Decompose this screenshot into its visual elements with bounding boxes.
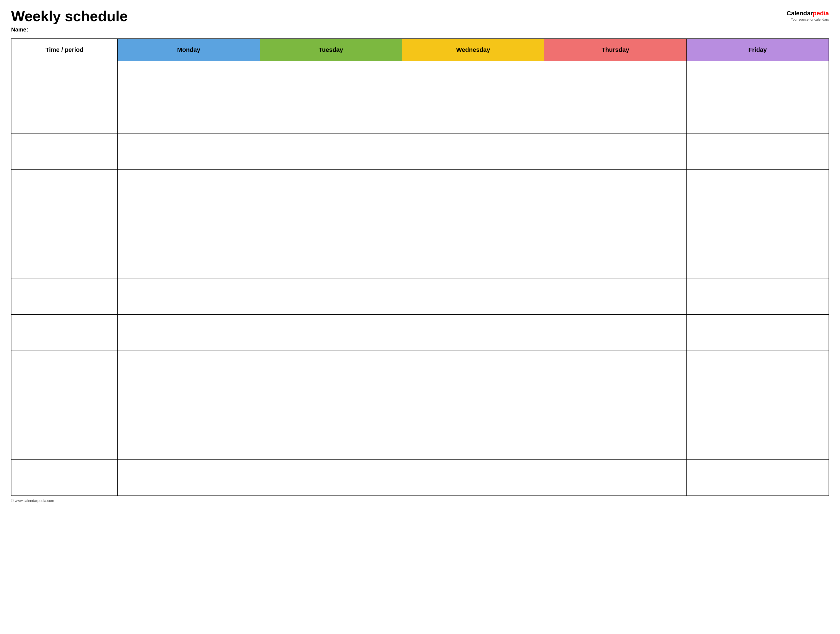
schedule-cell[interactable]	[544, 315, 687, 351]
time-cell[interactable]	[11, 170, 118, 206]
table-row	[11, 459, 829, 496]
copyright-text: © www.calendarpedia.com	[11, 498, 54, 503]
table-row	[11, 61, 829, 97]
schedule-cell[interactable]	[260, 278, 402, 315]
header: Weekly schedule Name: Calendarpedia Your…	[11, 8, 829, 33]
schedule-cell[interactable]	[402, 423, 544, 459]
schedule-cell[interactable]	[402, 97, 544, 134]
schedule-cell[interactable]	[544, 206, 687, 242]
time-cell[interactable]	[11, 97, 118, 134]
schedule-cell[interactable]	[402, 387, 544, 423]
schedule-cell[interactable]	[118, 459, 260, 496]
schedule-cell[interactable]	[260, 423, 402, 459]
page-title: Weekly schedule	[11, 8, 128, 24]
schedule-cell[interactable]	[118, 170, 260, 206]
schedule-cell[interactable]	[687, 97, 829, 134]
table-row	[11, 242, 829, 278]
schedule-cell[interactable]	[260, 387, 402, 423]
col-header-monday: Monday	[118, 39, 260, 61]
schedule-cell[interactable]	[687, 315, 829, 351]
time-cell[interactable]	[11, 61, 118, 97]
schedule-cell[interactable]	[544, 387, 687, 423]
schedule-cell[interactable]	[687, 170, 829, 206]
logo-tagline: Your source for calendars	[791, 17, 829, 22]
schedule-cell[interactable]	[402, 206, 544, 242]
schedule-cell[interactable]	[687, 134, 829, 170]
table-header-row: Time / period Monday Tuesday Wednesday T…	[11, 39, 829, 61]
schedule-cell[interactable]	[544, 423, 687, 459]
schedule-cell[interactable]	[118, 278, 260, 315]
col-header-time: Time / period	[11, 39, 118, 61]
schedule-cell[interactable]	[118, 134, 260, 170]
logo-calendar: Calendar	[786, 10, 813, 17]
schedule-cell[interactable]	[118, 97, 260, 134]
title-area: Weekly schedule Name:	[11, 8, 128, 33]
schedule-cell[interactable]	[402, 134, 544, 170]
schedule-cell[interactable]	[544, 134, 687, 170]
time-cell[interactable]	[11, 278, 118, 315]
schedule-cell[interactable]	[544, 242, 687, 278]
schedule-cell[interactable]	[687, 242, 829, 278]
schedule-cell[interactable]	[260, 61, 402, 97]
footer: © www.calendarpedia.com	[11, 498, 829, 503]
schedule-cell[interactable]	[687, 351, 829, 387]
time-cell[interactable]	[11, 351, 118, 387]
schedule-cell[interactable]	[260, 97, 402, 134]
schedule-cell[interactable]	[118, 206, 260, 242]
schedule-cell[interactable]	[402, 61, 544, 97]
schedule-table: Time / period Monday Tuesday Wednesday T…	[11, 38, 829, 496]
schedule-cell[interactable]	[687, 206, 829, 242]
schedule-cell[interactable]	[118, 351, 260, 387]
schedule-cell[interactable]	[402, 242, 544, 278]
table-row	[11, 351, 829, 387]
schedule-cell[interactable]	[402, 459, 544, 496]
time-cell[interactable]	[11, 134, 118, 170]
schedule-cell[interactable]	[260, 206, 402, 242]
table-row	[11, 423, 829, 459]
table-row	[11, 170, 829, 206]
table-row	[11, 134, 829, 170]
schedule-cell[interactable]	[687, 278, 829, 315]
time-cell[interactable]	[11, 423, 118, 459]
time-cell[interactable]	[11, 459, 118, 496]
schedule-cell[interactable]	[544, 61, 687, 97]
schedule-cell[interactable]	[687, 423, 829, 459]
name-label: Name:	[11, 27, 128, 33]
table-row	[11, 206, 829, 242]
schedule-cell[interactable]	[402, 351, 544, 387]
schedule-cell[interactable]	[544, 97, 687, 134]
schedule-cell[interactable]	[544, 459, 687, 496]
time-cell[interactable]	[11, 315, 118, 351]
table-row	[11, 315, 829, 351]
schedule-cell[interactable]	[118, 315, 260, 351]
col-header-tuesday: Tuesday	[260, 39, 402, 61]
schedule-cell[interactable]	[260, 134, 402, 170]
schedule-cell[interactable]	[402, 278, 544, 315]
logo-area: Calendarpedia Your source for calendars	[786, 10, 829, 22]
schedule-cell[interactable]	[118, 242, 260, 278]
schedule-cell[interactable]	[544, 278, 687, 315]
time-cell[interactable]	[11, 387, 118, 423]
schedule-cell[interactable]	[118, 61, 260, 97]
schedule-cell[interactable]	[118, 423, 260, 459]
schedule-cell[interactable]	[402, 170, 544, 206]
schedule-cell[interactable]	[260, 351, 402, 387]
schedule-cell[interactable]	[687, 459, 829, 496]
schedule-cell[interactable]	[687, 387, 829, 423]
schedule-cell[interactable]	[402, 315, 544, 351]
schedule-cell[interactable]	[260, 315, 402, 351]
schedule-cell[interactable]	[260, 459, 402, 496]
schedule-cell[interactable]	[687, 61, 829, 97]
schedule-cell[interactable]	[544, 170, 687, 206]
schedule-cell[interactable]	[544, 351, 687, 387]
time-cell[interactable]	[11, 242, 118, 278]
time-cell[interactable]	[11, 206, 118, 242]
logo-pedia: pedia	[813, 10, 829, 17]
table-row	[11, 97, 829, 134]
table-row	[11, 278, 829, 315]
schedule-cell[interactable]	[118, 387, 260, 423]
schedule-cell[interactable]	[260, 242, 402, 278]
logo-text: Calendarpedia	[786, 10, 829, 17]
schedule-cell[interactable]	[260, 170, 402, 206]
col-header-friday: Friday	[687, 39, 829, 61]
